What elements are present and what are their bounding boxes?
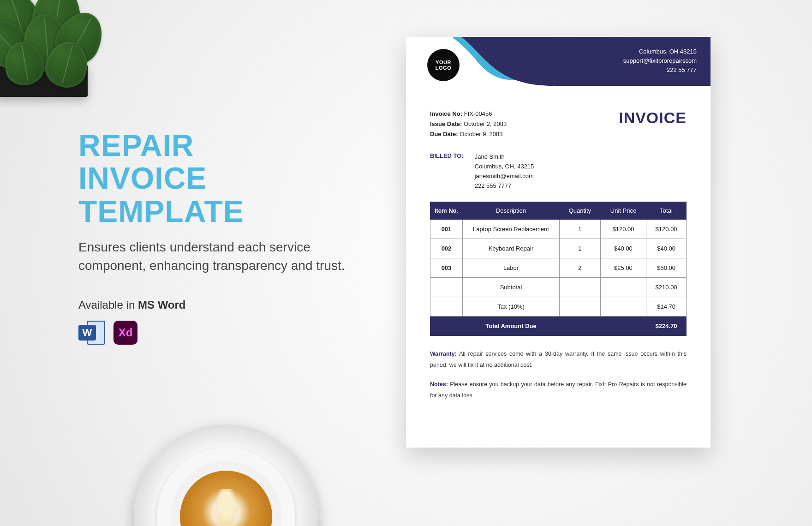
- billed-email: janesmith@email.com: [475, 172, 534, 181]
- billed-name: Jane Smith: [475, 152, 534, 162]
- warranty-text: Warranty: All repair services come with …: [430, 349, 687, 371]
- invoice-header: YOUR LOGO Columbus, OH 43215 support@fix…: [406, 37, 710, 95]
- issue-date-label: Issue Date:: [430, 120, 462, 127]
- template-subtitle: Ensures clients understand each service …: [78, 238, 346, 275]
- coffee-decoration: [134, 424, 318, 526]
- subtotal-value: $210.00: [646, 278, 687, 297]
- cell-price: $25.00: [600, 258, 646, 278]
- invoice-heading: INVOICE: [619, 109, 687, 127]
- table-row: 001 Laptop Screen Replacement 1 $120.00 …: [430, 220, 687, 239]
- th-total: Total: [646, 202, 687, 220]
- cell-qty: 1: [560, 239, 601, 258]
- format-icons: W Xd: [78, 321, 346, 345]
- invoice-document: YOUR LOGO Columbus, OH 43215 support@fix…: [406, 37, 710, 448]
- template-title: REPAIR INVOICE TEMPLATE: [78, 129, 346, 228]
- cell-total: $40.00: [646, 239, 687, 258]
- adobe-xd-icon: Xd: [113, 321, 137, 345]
- company-info: Columbus, OH 43215 support@fixitprorepai…: [623, 47, 697, 75]
- cell-item: 002: [430, 239, 463, 258]
- tax-value: $14.70: [646, 297, 687, 317]
- cell-price: $40.00: [600, 239, 646, 258]
- cell-qty: 1: [560, 220, 601, 239]
- cell-desc: Laptop Screen Replacement: [463, 220, 560, 239]
- logo-line: YOUR: [436, 60, 451, 65]
- title-line: TEMPLATE: [78, 195, 346, 228]
- title-line: INVOICE: [78, 162, 346, 195]
- subtotal-label: Subtotal: [463, 278, 560, 297]
- issue-date: October 2, 2083: [464, 120, 507, 127]
- promo-block: REPAIR INVOICE TEMPLATE Ensures clients …: [78, 129, 346, 345]
- invoice-body: Invoice No: FIX-00456 Issue Date: Octobe…: [406, 95, 710, 401]
- th-item: Item No.: [430, 202, 463, 220]
- tax-label: Tax (10%): [463, 297, 560, 317]
- total-value: $224.70: [646, 317, 687, 336]
- plant-decoration: [0, 0, 115, 106]
- th-qty: Quantity: [560, 202, 601, 220]
- cell-qty: 2: [560, 258, 601, 278]
- billed-address: Columbus, OH, 43215: [475, 162, 534, 172]
- cell-item: 001: [430, 220, 463, 239]
- total-label: Total Amount Due: [463, 317, 560, 336]
- due-date: October 9, 2083: [460, 131, 502, 137]
- due-date-label: Due Date:: [430, 131, 458, 137]
- invoice-meta: Invoice No: FIX-00456 Issue Date: Octobe…: [430, 109, 507, 139]
- subtotal-row: Subtotal $210.00: [430, 278, 687, 297]
- line-items-table: Item No. Description Quantity Unit Price…: [430, 202, 687, 336]
- word-letter: W: [78, 325, 96, 341]
- table-row: 003 Labor 2 $25.00 $50.00: [430, 258, 687, 278]
- th-desc: Description: [463, 202, 560, 220]
- billed-to-label: BILLED TO:: [430, 152, 464, 191]
- table-row: 002 Keyboard Repair 1 $40.00 $40.00: [430, 239, 687, 258]
- cell-total: $50.00: [646, 258, 687, 278]
- billed-phone: 222 555 7777: [475, 181, 534, 191]
- logo-placeholder: YOUR LOGO: [427, 49, 460, 81]
- invoice-no: FIX-00456: [464, 110, 492, 117]
- cell-price: $120.00: [600, 220, 646, 239]
- title-line: REPAIR: [78, 129, 346, 162]
- notes-text: Notes: Please ensure you backup your dat…: [430, 379, 687, 401]
- th-price: Unit Price: [600, 202, 646, 220]
- cell-desc: Keyboard Repair: [463, 239, 560, 258]
- invoice-no-label: Invoice No:: [430, 110, 462, 117]
- ms-word-icon: W: [78, 321, 105, 345]
- company-phone: 222 55 777: [623, 66, 697, 75]
- billed-to: BILLED TO: Jane Smith Columbus, OH, 4321…: [430, 152, 687, 191]
- cell-desc: Labor: [463, 258, 560, 278]
- available-in: Available in MS Word: [78, 299, 346, 311]
- available-prefix: Available in: [78, 299, 138, 311]
- cell-total: $120.00: [646, 220, 687, 239]
- cell-item: 003: [430, 258, 463, 278]
- warranty-label: Warranty:: [430, 351, 457, 357]
- billed-info: Jane Smith Columbus, OH, 43215 janesmith…: [475, 152, 534, 191]
- notes-label: Notes:: [430, 381, 448, 388]
- notes-body: Please ensure you backup your data befor…: [430, 381, 687, 399]
- tax-row: Tax (10%) $14.70: [430, 297, 687, 317]
- company-email: support@fixitprorepairscom: [623, 56, 697, 66]
- company-city: Columbus, OH 43215: [623, 47, 697, 56]
- total-row: Total Amount Due $224.70: [430, 317, 687, 336]
- available-format: MS Word: [138, 299, 186, 311]
- warranty-body: All repair services come with a 30-day w…: [430, 351, 687, 368]
- logo-line: LOGO: [436, 65, 451, 71]
